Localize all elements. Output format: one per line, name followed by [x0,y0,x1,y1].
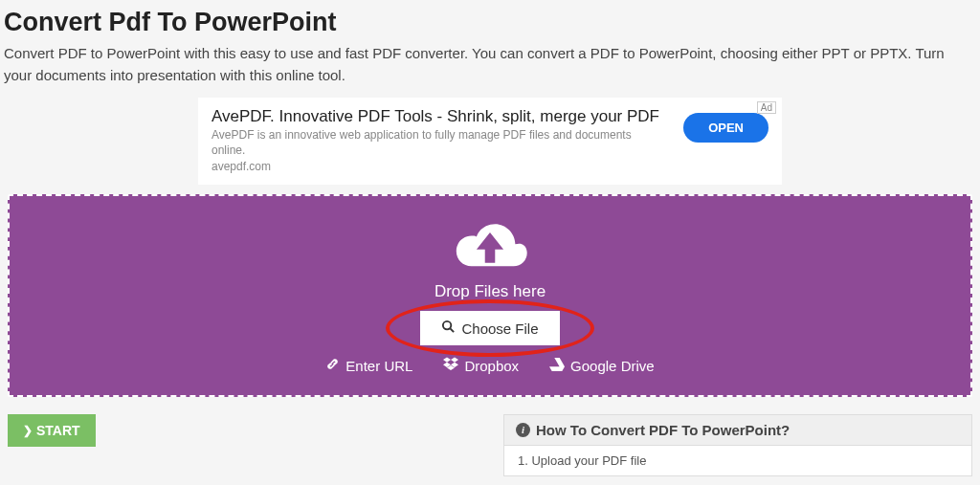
drop-files-label: Drop Files here [10,282,970,301]
file-dropzone[interactable]: Drop Files here Choose File Enter URL [8,194,972,397]
info-icon: i [516,423,530,437]
start-label: START [36,423,80,438]
google-drive-label: Google Drive [570,358,655,374]
ad-description: AvePDF is an innovative web application … [212,128,668,158]
ad-tag: Ad [757,101,776,114]
ad-banner[interactable]: Ad AvePDF. Innovative PDF Tools - Shrink… [198,98,782,185]
dropbox-icon [443,357,458,374]
enter-url-label: Enter URL [345,358,412,374]
ad-title: AvePDF. Innovative PDF Tools - Shrink, s… [212,107,668,126]
dropbox-label: Dropbox [464,358,519,374]
howto-step-1: 1. Upload your PDF file [504,446,971,475]
ad-open-button[interactable]: OPEN [683,113,768,143]
search-icon [441,320,456,337]
start-button[interactable]: ❯ START [8,414,96,447]
choose-file-label: Choose File [461,320,538,337]
enter-url-option[interactable]: Enter URL [325,357,412,374]
cloud-upload-icon [448,217,532,276]
link-icon [325,357,340,374]
howto-title: How To Convert PDF To PowerPoint? [536,422,790,438]
howto-panel: i How To Convert PDF To PowerPoint? 1. U… [503,414,972,476]
ad-domain: avepdf.com [212,160,668,173]
google-drive-icon [549,358,565,374]
page-subtitle: Convert PDF to PowerPoint with this easy… [4,43,961,86]
dropbox-option[interactable]: Dropbox [443,357,519,374]
page-title: Convert Pdf To PowerPoint [4,8,976,37]
choose-file-button[interactable]: Choose File [420,311,559,345]
chevron-right-icon: ❯ [23,424,33,437]
svg-point-0 [443,321,451,329]
google-drive-option[interactable]: Google Drive [549,357,655,374]
svg-line-1 [451,329,455,333]
